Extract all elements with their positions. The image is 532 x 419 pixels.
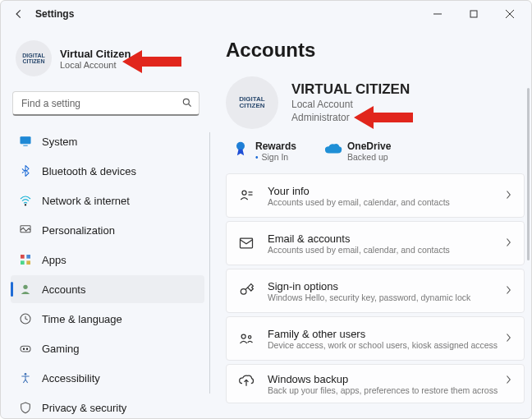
profile-sub2: Administrator (291, 111, 410, 124)
svg-line-5 (189, 104, 191, 107)
card-title: Family & other users (268, 328, 498, 340)
sidebar-item-personalization[interactable]: Personalization (11, 216, 204, 244)
profile-name: VIRTUAL CITIZEN (291, 81, 410, 98)
svg-point-20 (236, 142, 245, 150)
accessibility-icon (19, 371, 32, 384)
chevron-right-icon (504, 373, 512, 388)
svg-rect-11 (26, 255, 30, 259)
cards-list: Your infoAccounts used by email, calenda… (226, 173, 525, 403)
rewards-icon (232, 140, 249, 157)
sidebar-item-label: Personalization (42, 224, 196, 237)
chevron-right-icon (504, 236, 512, 251)
sidebar-item-accounts[interactable]: Accounts (11, 275, 204, 303)
sidebar-item-network[interactable]: Network & internet (11, 186, 204, 214)
search-input[interactable] (12, 91, 200, 116)
apps-icon (19, 253, 32, 266)
avatar: DIGITAL CITIZEN (16, 40, 52, 76)
svg-rect-16 (21, 346, 30, 352)
svg-point-17 (23, 348, 24, 349)
yourinfo-icon (238, 187, 255, 204)
accounts-icon (19, 283, 32, 296)
svg-point-4 (183, 99, 189, 104)
tile-title: OneDrive (347, 140, 391, 152)
card-sub: Accounts used by email, calendar, and co… (268, 245, 450, 255)
back-button[interactable] (11, 6, 27, 22)
close-button[interactable] (492, 2, 528, 26)
tile-onedrive[interactable]: OneDriveBacked up (324, 140, 391, 162)
tile-sub: •Sign In (255, 152, 296, 162)
personalization-icon (19, 223, 32, 237)
svg-point-26 (241, 334, 245, 338)
svg-point-14 (23, 285, 27, 289)
tiles-row: Rewards•Sign InOneDriveBacked up (232, 140, 525, 162)
maximize-button[interactable] (456, 2, 492, 26)
card-sub: Accounts used by email, calendar, and co… (268, 197, 450, 207)
card-sub: Device access, work or school users, kio… (268, 340, 498, 350)
svg-point-19 (25, 373, 27, 375)
card-title: Windows backup (268, 373, 498, 385)
onedrive-icon (324, 140, 341, 157)
system-icon (19, 135, 32, 148)
sidebar-item-label: Accounts (42, 283, 196, 296)
sidebar-item-apps[interactable]: Apps (11, 246, 204, 274)
svg-rect-13 (26, 260, 30, 265)
card-sub: Windows Hello, security key, password, d… (268, 292, 470, 302)
card-backup[interactable]: Windows backupBack up your files, apps, … (226, 364, 525, 403)
tile-rewards[interactable]: Rewards•Sign In (232, 140, 296, 162)
backup-icon (238, 373, 255, 389)
scrollbar[interactable] (527, 88, 530, 260)
profile-block: DIGITAL CITIZEN VIRTUAL CITIZEN Local Ac… (226, 76, 525, 129)
titlebar: Settings (1, 1, 531, 27)
svg-rect-6 (21, 137, 30, 144)
svg-point-18 (26, 348, 27, 349)
svg-rect-24 (241, 238, 253, 248)
card-email[interactable]: Email & accountsAccounts used by email, … (226, 221, 525, 265)
family-icon (238, 330, 255, 347)
sidebar-item-label: Time & language (42, 313, 196, 325)
minimize-button[interactable] (420, 2, 456, 26)
email-icon (238, 235, 255, 251)
user-subtitle: Local Account (60, 60, 131, 70)
svg-rect-1 (470, 11, 477, 17)
network-icon (19, 194, 32, 207)
sidebar-item-label: Network & internet (42, 195, 196, 207)
sidebar: DIGITAL CITIZEN Virtual Citizen Local Ac… (1, 27, 209, 418)
user-box[interactable]: DIGITAL CITIZEN Virtual Citizen Local Ac… (11, 35, 204, 85)
svg-rect-10 (21, 255, 25, 259)
bluetooth-icon (19, 164, 32, 177)
user-name: Virtual Citizen (60, 48, 131, 60)
card-title: Your info (268, 185, 450, 197)
card-title: Email & accounts (268, 233, 450, 245)
svg-rect-12 (21, 260, 25, 265)
profile-sub1: Local Account (291, 98, 410, 111)
sidebar-item-system[interactable]: System (11, 127, 204, 155)
svg-point-27 (249, 336, 251, 338)
sidebar-item-gaming[interactable]: Gaming (11, 334, 204, 362)
avatar-large: DIGITAL CITIZEN (226, 76, 278, 129)
sidebar-item-bluetooth[interactable]: Bluetooth & devices (11, 157, 204, 185)
content: DIGITAL CITIZEN Virtual Citizen Local Ac… (1, 27, 531, 418)
main-panel: Accounts DIGITAL CITIZEN VIRTUAL CITIZEN… (209, 27, 531, 418)
chevron-right-icon (504, 188, 512, 203)
window-title: Settings (35, 8, 74, 20)
sidebar-item-time[interactable]: Time & language (11, 305, 204, 333)
card-sub: Back up your files, apps, preferences to… (268, 385, 498, 395)
sidebar-item-privacy[interactable]: Privacy & security (11, 394, 204, 419)
sidebar-item-label: Apps (42, 254, 196, 266)
gaming-icon (19, 342, 32, 355)
nav-list: SystemBluetooth & devicesNetwork & inter… (11, 127, 204, 419)
card-signin[interactable]: Sign-in optionsWindows Hello, security k… (226, 269, 525, 313)
card-yourinfo[interactable]: Your infoAccounts used by email, calenda… (226, 173, 525, 218)
tile-sub: Backed up (347, 152, 391, 162)
card-family[interactable]: Family & other usersDevice access, work … (226, 316, 525, 361)
settings-window: Settings DIGITAL CITIZEN Virtual Citizen… (0, 0, 532, 419)
tile-title: Rewards (255, 140, 296, 152)
sidebar-item-label: Accessibility (42, 372, 196, 384)
signin-icon (238, 283, 255, 299)
time-icon (19, 312, 32, 325)
sidebar-item-label: Privacy & security (42, 402, 196, 414)
sidebar-item-accessibility[interactable]: Accessibility (11, 364, 204, 392)
sidebar-item-label: Bluetooth & devices (42, 165, 196, 177)
search-icon (181, 97, 193, 112)
sidebar-item-label: System (42, 136, 196, 148)
